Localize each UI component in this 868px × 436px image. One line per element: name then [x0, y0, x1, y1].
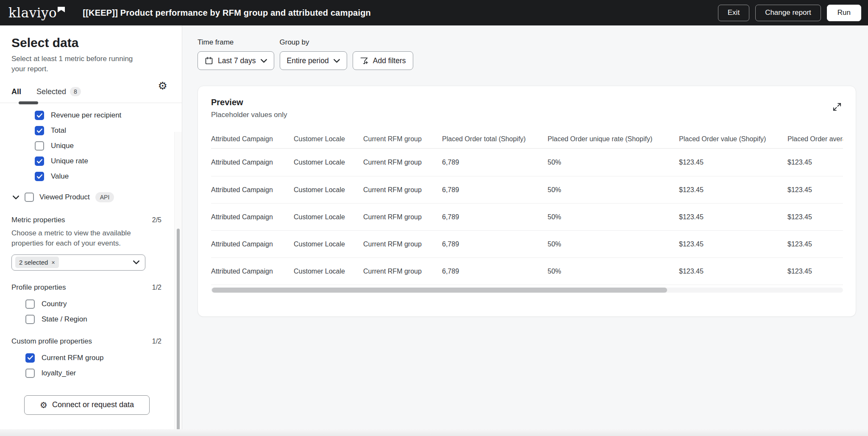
checkbox-label: Country: [42, 300, 67, 308]
checkbox-item[interactable]: Current RFM group: [11, 350, 174, 366]
checkbox-item[interactable]: Value: [11, 169, 174, 184]
add-filters-button[interactable]: Add filters: [353, 51, 413, 70]
table-horizontal-scrollbar-thumb[interactable]: [212, 288, 667, 293]
table-cell: $123.45: [679, 213, 787, 221]
change-report-button[interactable]: Change report: [755, 5, 821, 21]
table-cell: Current RFM group: [363, 213, 442, 221]
profile-properties-header: Profile properties 1/2: [11, 283, 174, 292]
column-header: Attributed Campaign: [211, 135, 294, 143]
expand-preview-button[interactable]: [831, 101, 843, 114]
table-row: Attributed CampaignCustomer LocaleCurren…: [211, 203, 843, 230]
table-cell: Current RFM group: [363, 240, 442, 248]
table-cell: Attributed Campaign: [211, 186, 294, 194]
chevron-down-icon: [334, 59, 340, 63]
checkbox[interactable]: [35, 126, 44, 135]
table-cell: 50%: [548, 213, 679, 221]
table-row: Attributed CampaignCustomer LocaleCurren…: [211, 176, 843, 203]
run-button[interactable]: Run: [827, 5, 861, 21]
checkbox-label: Total: [51, 126, 66, 135]
klaviyo-flag-icon: [58, 7, 65, 13]
table-cell: Attributed Campaign: [211, 213, 294, 221]
checkbox-item[interactable]: State / Region: [11, 312, 174, 327]
viewed-product-row[interactable]: Viewed Product API: [11, 190, 174, 205]
checkbox-item[interactable]: loyalty_tier: [11, 366, 174, 381]
preview-table: Attributed CampaignCustomer LocaleCurren…: [211, 130, 843, 293]
page-bottom-strip: [0, 429, 868, 436]
checkbox[interactable]: [25, 315, 35, 324]
preview-card-header: Preview Placeholder values only: [211, 98, 843, 119]
report-title: [[KEEP]] Product performance by RFM grou…: [83, 8, 371, 18]
time-frame-group: Time frame Last 7 days: [198, 38, 274, 70]
table-cell: $123.45: [787, 268, 843, 275]
tab-selected[interactable]: Selected 8: [36, 87, 81, 96]
connect-button-label: Connect or request data: [52, 400, 134, 409]
checkbox[interactable]: [35, 111, 44, 120]
table-cell: $123.45: [679, 268, 787, 275]
custom-profile-properties-header: Custom profile properties 1/2: [11, 337, 174, 346]
checkbox-item[interactable]: Country: [11, 296, 174, 312]
table-cell: 50%: [548, 268, 679, 275]
table-cell: Customer Locale: [294, 186, 363, 194]
checkbox-item[interactable]: Unique: [11, 138, 174, 154]
table-horizontal-scrollbar-track: [211, 288, 843, 293]
tab-all[interactable]: All: [11, 87, 21, 96]
metric-properties-select[interactable]: 2 selected ×: [11, 254, 145, 271]
viewed-product-checkbox[interactable]: [25, 193, 34, 202]
chevron-down-icon: [13, 196, 19, 199]
table-cell: 50%: [548, 159, 679, 166]
table-header-row: Attributed CampaignCustomer LocaleCurren…: [211, 130, 843, 148]
sidebar-subheading: Select at least 1 metric before running …: [11, 54, 144, 74]
group-by-group: Group by Entire period: [280, 38, 347, 70]
metric-children-list: Revenue per recipient Total Unique Uniqu…: [11, 108, 174, 184]
checkbox[interactable]: [35, 141, 44, 151]
checkbox-item[interactable]: Revenue per recipient: [11, 108, 174, 123]
preview-card: Preview Placeholder values only Attribut…: [198, 86, 856, 317]
table-row: Attributed CampaignCustomer LocaleCurren…: [211, 230, 843, 257]
metric-properties-header: Metric properties 2/5: [11, 216, 174, 224]
checkbox[interactable]: [35, 157, 44, 166]
checkbox-label: Unique: [51, 142, 74, 150]
exit-button[interactable]: Exit: [718, 5, 749, 21]
table-cell: 6,789: [442, 159, 548, 166]
custom-profile-properties-title: Custom profile properties: [11, 337, 92, 346]
checkbox-item[interactable]: Total: [11, 123, 174, 138]
api-badge: API: [95, 192, 114, 202]
column-header: Placed Order value (Shopify): [679, 135, 787, 143]
time-frame-label: Time frame: [198, 38, 274, 47]
table-row: Attributed CampaignCustomer LocaleCurren…: [211, 257, 843, 285]
checkbox-item[interactable]: Unique rate: [11, 154, 174, 169]
column-header: Placed Order total (Shopify): [442, 135, 548, 143]
column-header: Placed Order unique rate (Shopify): [548, 135, 679, 143]
tab-selected-label: Selected: [36, 87, 66, 96]
table-cell: Customer Locale: [294, 268, 363, 275]
table-cell: $123.45: [679, 159, 787, 166]
preview-subtitle: Placeholder values only: [211, 111, 287, 119]
selected-count-badge: 8: [70, 87, 81, 96]
report-toolbar: Time frame Last 7 days Group by Entire p…: [198, 38, 856, 70]
checkbox[interactable]: [25, 299, 35, 309]
checkbox-label: Value: [51, 172, 69, 181]
chevron-down-icon: [261, 59, 267, 63]
chip-remove-icon[interactable]: ×: [51, 260, 55, 266]
checkbox-label: loyalty_tier: [42, 369, 76, 377]
connect-or-request-data-button[interactable]: ⚙ Connect or request data: [24, 395, 150, 415]
checkbox[interactable]: [35, 172, 44, 181]
group-by-dropdown[interactable]: Entire period: [280, 51, 347, 70]
chevron-down-icon: [133, 260, 139, 264]
klaviyo-logo-text: klaviyo: [8, 6, 57, 20]
time-frame-value: Last 7 days: [218, 56, 256, 65]
settings-gear-icon[interactable]: ⚙: [158, 81, 167, 91]
tab-all-label: All: [11, 87, 21, 96]
main-content: Time frame Last 7 days Group by Entire p…: [182, 25, 868, 429]
calendar-icon: [205, 56, 213, 65]
profile-properties-title: Profile properties: [11, 283, 66, 292]
checkbox-label: Current RFM group: [42, 354, 103, 362]
checkbox[interactable]: [25, 369, 35, 378]
viewed-product-label: Viewed Product: [39, 193, 90, 201]
add-filters-group: Add filters: [353, 51, 413, 70]
sidebar-scrollbar-thumb[interactable]: [177, 229, 180, 429]
checkbox-label: Unique rate: [51, 157, 88, 165]
group-by-value: Entire period: [287, 56, 329, 65]
time-frame-dropdown[interactable]: Last 7 days: [198, 51, 274, 70]
checkbox[interactable]: [25, 353, 35, 363]
